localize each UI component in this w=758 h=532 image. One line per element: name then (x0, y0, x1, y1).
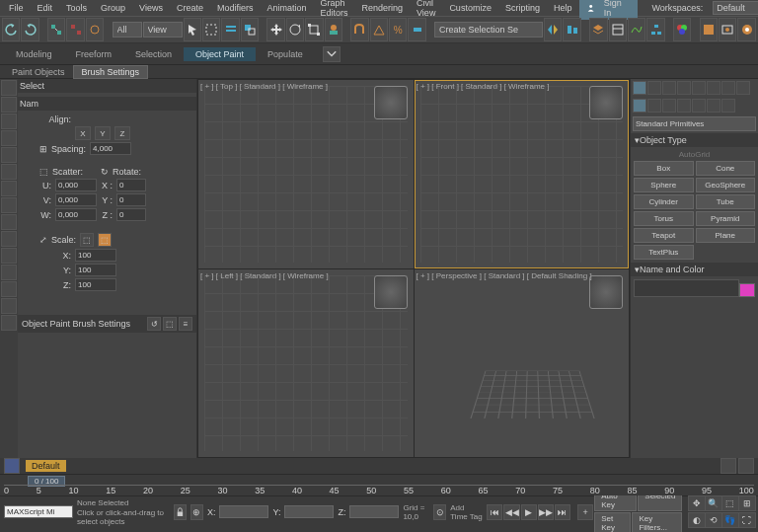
menu-help[interactable]: Help (548, 2, 578, 14)
align-y-button[interactable]: Y (95, 126, 111, 140)
menu-file[interactable]: File (3, 2, 30, 14)
nav-maximize-button[interactable]: ⛶ (738, 512, 756, 528)
unlink-button[interactable] (66, 18, 84, 41)
textplus-button[interactable]: TextPlus (634, 245, 694, 260)
goto-end-button[interactable]: ⏭ (555, 504, 570, 520)
name-color-header[interactable]: ▾ Name and Color (631, 263, 758, 276)
scale-button[interactable] (305, 18, 323, 41)
box-button[interactable]: Box (634, 161, 694, 176)
select-name-button[interactable] (221, 18, 239, 41)
sz-input[interactable] (75, 278, 116, 291)
sx-input[interactable] (75, 249, 116, 262)
tab-paintobjects[interactable]: Paint Objects (4, 66, 73, 78)
undo-button[interactable] (2, 18, 20, 41)
shapes-subtab[interactable] (647, 99, 661, 113)
menu-group[interactable]: Group (95, 2, 131, 14)
create-tab[interactable] (633, 81, 646, 95)
tube-button[interactable]: Tube (696, 194, 756, 209)
tab-modeling[interactable]: Modeling (4, 47, 64, 61)
left-btn-3[interactable] (1, 114, 17, 129)
align-z-button[interactable]: Z (114, 126, 130, 140)
footer-btn1[interactable]: ↺ (147, 317, 161, 331)
menu-tools[interactable]: Tools (60, 2, 93, 14)
yr-input[interactable] (116, 193, 146, 206)
object-type-header[interactable]: ▾ Object Type (631, 133, 758, 147)
bottom-btn2[interactable] (738, 458, 754, 474)
menu-animation[interactable]: Animation (261, 2, 312, 14)
viewport-persp-label[interactable]: [ + ] [ Perspective ] [ Standard ] [ Def… (417, 271, 592, 280)
left-btn-15[interactable] (1, 315, 17, 331)
menu-grapheditors[interactable]: Graph Editors (314, 0, 353, 19)
transform-gizmo-button[interactable]: ⊕ (190, 504, 203, 520)
motion-tab[interactable] (677, 81, 691, 95)
placement-button[interactable] (325, 18, 342, 41)
color-swatch[interactable] (739, 283, 755, 297)
nav-zoom-region-button[interactable]: ⬚ (721, 495, 739, 511)
left-btn-6[interactable] (1, 164, 17, 180)
align-button[interactable] (563, 18, 580, 41)
menu-scripting[interactable]: Scripting (499, 2, 546, 14)
curve-editor-button[interactable] (628, 18, 645, 41)
menu-rendering[interactable]: Rendering (356, 2, 410, 14)
tab-populate[interactable]: Populate (256, 47, 315, 61)
window-crossing-button[interactable] (241, 18, 259, 41)
bottom-btn1[interactable] (720, 458, 736, 474)
zr-input[interactable] (116, 208, 146, 221)
viewport-top-label[interactable]: [ + ] [ Top ] [ Standard ] [ Wireframe ] (200, 82, 328, 91)
filter-all[interactable] (113, 22, 142, 38)
ribbon-expand-button[interactable] (323, 46, 341, 62)
helpers-subtab[interactable] (692, 99, 706, 113)
workspace-input[interactable] (713, 1, 758, 15)
cylinder-button[interactable]: Cylinder (634, 194, 694, 209)
extra-tab2[interactable] (736, 81, 750, 95)
render-frame-button[interactable] (719, 18, 736, 41)
snap-toggle-button[interactable] (350, 18, 368, 41)
nav-fov-button[interactable]: ◐ (688, 512, 706, 528)
primitives-dropdown[interactable]: Standard Primitives (633, 116, 756, 131)
lights-subtab[interactable] (662, 99, 676, 113)
menu-civilview[interactable]: Civil View (411, 0, 441, 19)
xr-input[interactable] (116, 179, 146, 191)
pyramid-button[interactable]: Pyramid (696, 211, 756, 226)
render-button[interactable] (737, 18, 755, 41)
schematic-view-button[interactable] (646, 18, 664, 41)
redo-button[interactable] (21, 18, 38, 41)
nav-zoom-button[interactable]: 🔍 (705, 495, 722, 511)
menu-modifiers[interactable]: Modifiers (211, 2, 260, 14)
nav-orbit-button[interactable]: ⟲ (705, 512, 722, 528)
tab-objectpaint[interactable]: Object Paint (184, 47, 256, 61)
viewport-top[interactable]: [ + ] [ Top ] [ Standard ] [ Wireframe ] (198, 80, 414, 268)
nav-walk-button[interactable]: 👣 (721, 512, 739, 528)
add-time-tag[interactable]: Add Time Tag (450, 503, 483, 521)
x-coord-input[interactable] (219, 505, 268, 518)
layers-button[interactable] (589, 18, 607, 41)
view-cube-top[interactable] (374, 86, 408, 119)
display-tab[interactable] (692, 81, 706, 95)
nav-pan-button[interactable]: ✥ (688, 495, 706, 511)
viewport-perspective[interactable]: [ + ] [ Perspective ] [ Standard ] [ Def… (415, 269, 630, 458)
viewport-front-label[interactable]: [ + ] [ Front ] [ Standard ] [ Wireframe… (417, 82, 550, 91)
cone-button[interactable]: Cone (696, 161, 756, 176)
plane-button[interactable]: Plane (696, 228, 756, 243)
angle-snap-button[interactable] (370, 18, 388, 41)
left-btn-4[interactable] (1, 130, 17, 146)
material-editor-button[interactable] (673, 18, 691, 41)
layout-preset-button[interactable] (4, 458, 20, 474)
default-label[interactable]: Default (26, 460, 66, 472)
filter-view[interactable] (143, 22, 183, 38)
menu-edit[interactable]: Edit (32, 2, 59, 14)
z-coord-input[interactable] (349, 505, 399, 518)
viewport-left[interactable]: [ + ] [ Left ] [ Standard ] [ Wireframe … (198, 269, 414, 458)
view-cube-front[interactable] (589, 86, 623, 119)
left-btn-11[interactable] (1, 248, 17, 264)
link-button[interactable] (47, 18, 65, 41)
lock-selection-button[interactable] (174, 504, 187, 520)
tab-selection[interactable]: Selection (123, 47, 184, 61)
mirror-button[interactable] (544, 18, 562, 41)
bind-button[interactable] (86, 18, 104, 41)
left-btn-1[interactable] (1, 80, 17, 96)
signin-button[interactable]: Sign In (579, 0, 638, 20)
timeline[interactable]: 0 / 100 05101520253035404550556065707580… (0, 474, 758, 495)
maxscript-input[interactable] (4, 505, 73, 518)
teapot-button[interactable]: Teapot (634, 228, 694, 243)
